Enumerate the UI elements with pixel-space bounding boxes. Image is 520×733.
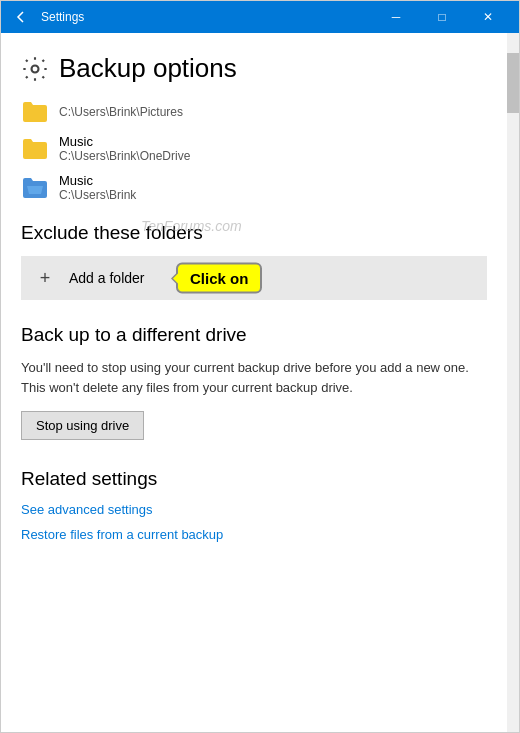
backup-drive-body: You'll need to stop using your current b… (21, 358, 487, 397)
page-title-text: Backup options (59, 53, 237, 84)
minimize-button[interactable]: ─ (373, 1, 419, 33)
window-controls: ─ □ ✕ (373, 1, 511, 33)
window: Settings ─ □ ✕ TenForums.com Backup opti… (0, 0, 520, 733)
main-content: TenForums.com Backup options C:\Users\ (1, 33, 507, 732)
folder-path: C:\Users\Brink\Pictures (59, 105, 183, 119)
svg-point-0 (32, 65, 39, 72)
list-item: Music C:\Users\Brink\OneDrive (21, 134, 487, 163)
folder-details: Music C:\Users\Brink (59, 173, 136, 202)
titlebar-title: Settings (41, 10, 373, 24)
click-on-annotation: Click on (176, 263, 262, 294)
folder-name: Music (59, 134, 190, 149)
add-folder-button[interactable]: + Add a folder Click on (21, 256, 487, 300)
stop-using-drive-button[interactable]: Stop using drive (21, 411, 144, 440)
list-item: Music C:\Users\Brink (21, 173, 487, 202)
folder-icon (21, 100, 49, 124)
backup-drive-heading: Back up to a different drive (21, 324, 487, 346)
list-item: C:\Users\Brink\Pictures (21, 100, 487, 124)
folder-icon (21, 176, 49, 200)
page-title-area: Backup options (21, 53, 487, 84)
content-area: TenForums.com Backup options C:\Users\ (1, 33, 519, 732)
folder-icon (21, 137, 49, 161)
related-settings-heading: Related settings (21, 468, 487, 490)
restore-files-link[interactable]: Restore files from a current backup (21, 527, 487, 542)
back-button[interactable] (9, 5, 33, 29)
folder-details: Music C:\Users\Brink\OneDrive (59, 134, 190, 163)
folder-details: C:\Users\Brink\Pictures (59, 105, 183, 119)
restore-button[interactable]: □ (419, 1, 465, 33)
folder-path: C:\Users\Brink\OneDrive (59, 149, 190, 163)
exclude-heading: Exclude these folders (21, 222, 487, 244)
gear-icon (21, 55, 49, 83)
scrollbar-thumb[interactable] (507, 53, 519, 113)
scrollbar-track[interactable] (507, 33, 519, 732)
add-folder-label: Add a folder (69, 270, 145, 286)
folder-list: C:\Users\Brink\Pictures Music C:\Users\B… (21, 100, 487, 202)
see-advanced-settings-link[interactable]: See advanced settings (21, 502, 487, 517)
plus-icon: + (33, 266, 57, 290)
folder-name: Music (59, 173, 136, 188)
titlebar: Settings ─ □ ✕ (1, 1, 519, 33)
close-button[interactable]: ✕ (465, 1, 511, 33)
folder-path: C:\Users\Brink (59, 188, 136, 202)
